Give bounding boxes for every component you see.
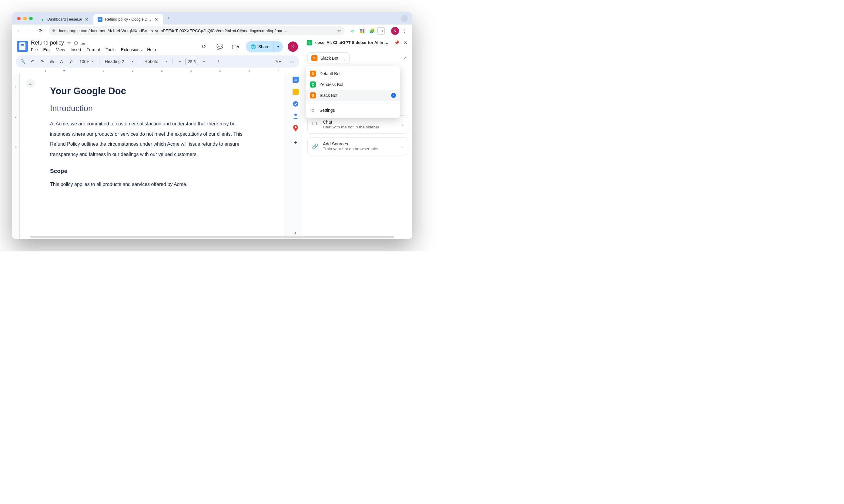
svg-rect-3: [363, 31, 364, 33]
bot-option-zendesk[interactable]: Z Zendesk Bot: [306, 79, 400, 90]
doc-heading-2[interactable]: Introduction: [50, 104, 255, 113]
check-icon: ✓: [391, 93, 396, 98]
reload-button[interactable]: ⟳: [36, 26, 45, 35]
menu-extensions[interactable]: Extensions: [121, 47, 142, 52]
collapse-toolbar-icon[interactable]: ︿: [288, 57, 296, 66]
bot-option-default[interactable]: D Default Bot: [306, 68, 400, 79]
eesel-sidebar: e eesel AI: ChatGPT Sidebar for AI in G……: [303, 37, 412, 239]
svg-point-9: [295, 126, 296, 128]
decrease-font-icon[interactable]: −: [176, 57, 184, 66]
cloud-status-icon[interactable]: ☁: [81, 40, 86, 46]
print-icon[interactable]: 🖶: [48, 57, 56, 66]
style-selector[interactable]: Heading 2▾: [102, 59, 136, 64]
calendar-icon[interactable]: 31: [293, 77, 299, 83]
meet-icon[interactable]: ▢▾: [230, 41, 241, 52]
search-icon[interactable]: 🔍: [19, 57, 27, 66]
extension-icon[interactable]: [358, 26, 366, 35]
history-icon[interactable]: ↺: [199, 41, 209, 52]
outline-toggle-icon[interactable]: ≡: [26, 79, 35, 88]
doc-paragraph[interactable]: At Acme, we are committed to customer sa…: [50, 119, 255, 159]
sidepanel-icon[interactable]: ◫: [377, 27, 385, 35]
star-icon[interactable]: ☆: [67, 40, 71, 46]
close-tab-icon[interactable]: ✕: [154, 17, 159, 22]
indent-marker-icon[interactable]: ▼: [63, 69, 66, 72]
hide-panel-icon[interactable]: ›: [293, 230, 299, 236]
card-subtitle: Train your bot on browser tabs: [323, 147, 398, 151]
close-icon[interactable]: ✕: [402, 40, 409, 45]
back-button[interactable]: ←: [15, 26, 24, 35]
bot-badge-icon: D: [310, 71, 316, 77]
zoom-selector[interactable]: 100%▾: [77, 59, 96, 64]
account-avatar[interactable]: K: [288, 41, 298, 52]
menu-file[interactable]: File: [31, 47, 38, 52]
font-selector[interactable]: Roboto▾: [142, 59, 170, 64]
menu-view[interactable]: View: [56, 47, 65, 52]
add-sources-card[interactable]: 🔗 Add Sources Train your bot on browser …: [307, 137, 408, 156]
close-window-icon[interactable]: [17, 17, 21, 20]
doc-paragraph[interactable]: This policy applies to all products and …: [50, 179, 255, 190]
menu-insert[interactable]: Insert: [71, 47, 81, 52]
menu-format[interactable]: Format: [87, 47, 100, 52]
tab-list-button[interactable]: ⌄: [401, 15, 408, 22]
extensions-menu-icon[interactable]: 🧩: [368, 26, 376, 35]
horizontal-scrollbar[interactable]: [30, 236, 303, 238]
profile-avatar[interactable]: K: [391, 27, 399, 35]
svg-rect-6: [293, 89, 299, 95]
doc-heading-3[interactable]: Scope: [50, 168, 255, 175]
move-icon[interactable]: ⬡: [74, 40, 78, 46]
gear-icon: ⚙: [310, 107, 316, 113]
bookmark-star-icon[interactable]: ☆: [337, 28, 341, 34]
bot-badge-icon: S: [310, 92, 316, 98]
menu-bar: File Edit View Insert Format Tools Exten…: [31, 47, 195, 52]
document-page[interactable]: ≡ Your Google Doc Introduction At Acme, …: [19, 74, 286, 239]
menu-help[interactable]: Help: [147, 47, 156, 52]
extension-title: eesel AI: ChatGPT Sidebar for AI in G…: [315, 40, 391, 45]
chrome-menu-button[interactable]: ⋮: [400, 26, 409, 35]
spellcheck-icon[interactable]: Ǎ: [57, 57, 66, 66]
contacts-icon[interactable]: [293, 113, 299, 119]
maps-icon[interactable]: [293, 125, 299, 131]
more-tools-icon[interactable]: ⋮: [214, 57, 222, 66]
menu-edit[interactable]: Edit: [44, 47, 51, 52]
svg-point-7: [293, 101, 298, 107]
document-title[interactable]: Refund policy: [31, 40, 64, 46]
docs-logo-icon[interactable]: [17, 41, 28, 52]
new-tab-button[interactable]: +: [164, 14, 173, 23]
tab-dashboard[interactable]: e Dashboard | eesel.ai ✕: [36, 14, 93, 24]
keep-icon[interactable]: [293, 89, 299, 95]
tab-google-docs[interactable]: ≡ Refund policy - Google Docs ✕: [93, 14, 163, 24]
comments-icon[interactable]: 💬: [214, 41, 225, 52]
settings-label: Settings: [320, 108, 335, 113]
eesel-extension-icon[interactable]: e: [348, 26, 357, 35]
undo-icon[interactable]: ↶: [29, 57, 36, 66]
forward-button[interactable]: →: [25, 26, 35, 35]
vertical-ruler[interactable]: 1 2 3: [12, 74, 19, 239]
close-tab-icon[interactable]: ✕: [84, 17, 89, 22]
redo-icon[interactable]: ↷: [38, 57, 46, 66]
expand-icon[interactable]: ↗: [403, 55, 407, 60]
svg-rect-1: [363, 29, 364, 31]
menu-tools[interactable]: Tools: [105, 47, 116, 52]
tab-title: Dashboard | eesel.ai: [47, 17, 82, 21]
share-button[interactable]: 🌐 Share ▾: [246, 41, 283, 52]
share-dropdown-icon[interactable]: ▾: [273, 41, 280, 52]
maximize-window-icon[interactable]: [29, 17, 33, 20]
doc-heading-1[interactable]: Your Google Doc: [50, 86, 255, 96]
bot-name: Zendesk Bot: [320, 82, 344, 87]
bot-option-slack[interactable]: S Slack Bot ✓: [306, 90, 400, 101]
bot-selector[interactable]: S Slack Bot ⌄: [307, 52, 349, 64]
increase-font-icon[interactable]: +: [200, 57, 208, 66]
horizontal-ruler[interactable]: ▼ 1 1 2 3 4 5 6 7: [12, 68, 303, 74]
site-info-icon[interactable]: ⚙: [52, 29, 55, 33]
minimize-window-icon[interactable]: [23, 17, 27, 20]
settings-option[interactable]: ⚙ Settings: [306, 105, 400, 116]
add-addon-icon[interactable]: +: [293, 140, 299, 146]
paint-format-icon[interactable]: 🖌: [67, 57, 75, 66]
tasks-icon[interactable]: [293, 101, 299, 107]
font-size-input[interactable]: 25.5: [186, 58, 198, 65]
pin-icon[interactable]: 📌: [394, 40, 400, 45]
bot-badge-icon: Z: [310, 82, 316, 88]
chat-card[interactable]: 🗨 Chat Chat with the bot in the sidebar …: [307, 115, 408, 133]
url-input[interactable]: ⚙ docs.google.com/document/d/1aebWrkqNiX…: [49, 26, 345, 35]
editing-mode-icon[interactable]: ✎▾: [274, 57, 282, 66]
